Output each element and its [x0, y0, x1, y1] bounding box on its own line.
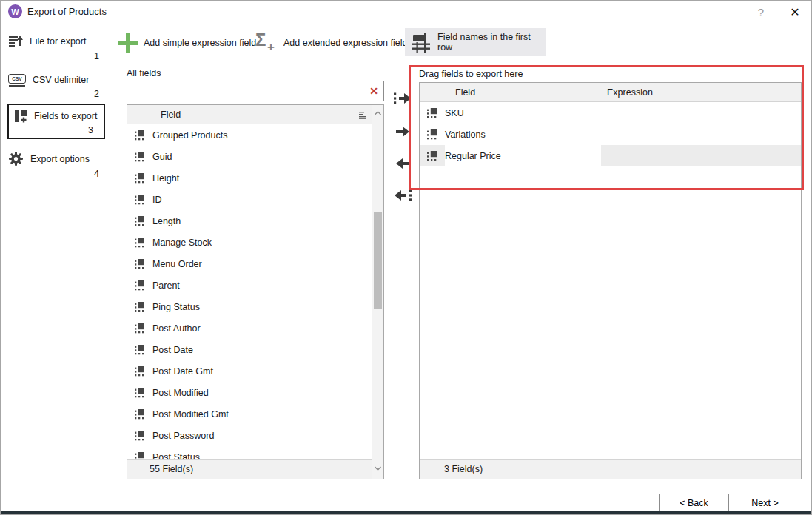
- add-simple-expression-button[interactable]: Add simple expression field: [118, 30, 256, 56]
- sidebar-item-label: File for export: [30, 36, 86, 47]
- step-number: 1: [8, 51, 105, 61]
- drag-handle-icon: [135, 238, 145, 248]
- window-bottom-edge: [1, 511, 811, 514]
- drag-handle-icon: [135, 173, 145, 184]
- export-field-row[interactable]: Variations: [420, 124, 801, 145]
- all-fields-column-header[interactable]: Field: [127, 105, 383, 124]
- export-table-header[interactable]: Field Expression: [420, 83, 801, 102]
- field-list-item[interactable]: Length: [127, 210, 372, 232]
- field-names-first-row-label: Field names in the first row: [437, 32, 546, 53]
- gear-icon: [8, 151, 24, 166]
- field-search-box: ✕: [127, 81, 384, 101]
- drag-handle-icon: [420, 102, 445, 124]
- sigma-plus-icon: Σ +: [255, 31, 278, 55]
- sidebar-item-label: CSV delimiter: [33, 75, 89, 85]
- sidebar-item-fields-to-export[interactable]: Fields to export 3: [7, 104, 105, 139]
- field-list-item[interactable]: Post Date Gmt: [127, 360, 372, 382]
- export-field-row[interactable]: Regular Price: [420, 145, 801, 166]
- add-extended-expression-label: Add extended expression field: [283, 38, 407, 48]
- close-button[interactable]: ✕: [782, 2, 808, 21]
- scroll-up-icon[interactable]: [374, 108, 382, 118]
- back-button[interactable]: < Back: [659, 494, 729, 512]
- drag-handle-icon: [135, 409, 145, 420]
- scrollbar-thumb[interactable]: [374, 212, 382, 309]
- field-count-label: 55 Field(s): [150, 464, 193, 474]
- expression-cell[interactable]: [601, 102, 801, 124]
- field-search-input[interactable]: [127, 81, 364, 101]
- sidebar-item-file-for-export[interactable]: File for export 1: [8, 34, 105, 61]
- sidebar-item-export-options[interactable]: Export options 4: [8, 151, 105, 179]
- export-fields-table: Field Expression: [419, 82, 802, 479]
- csv-icon: CSV: [8, 74, 26, 87]
- field-label: SKU: [445, 108, 601, 118]
- drag-handle-icon: [135, 388, 145, 398]
- drag-handle-icon: [135, 366, 145, 377]
- all-fields-title: All fields: [127, 68, 161, 78]
- field-label: Manage Stock: [152, 238, 372, 248]
- field-names-first-row-toggle[interactable]: Field names in the first row: [405, 28, 546, 56]
- expression-cell[interactable]: [601, 145, 801, 166]
- clear-search-icon[interactable]: ✕: [364, 85, 383, 97]
- sidebar-item-csv-delimiter[interactable]: CSV CSV delimiter 2: [8, 74, 105, 99]
- field-list-item[interactable]: Grouped Products: [127, 124, 372, 146]
- field-list-item[interactable]: Manage Stock: [127, 232, 372, 253]
- drag-handle-icon: [135, 345, 145, 355]
- step-number: 4: [8, 169, 105, 179]
- move-all-left-button[interactable]: [391, 185, 415, 206]
- move-all-right-button[interactable]: [391, 88, 415, 109]
- field-label: Post Date Gmt: [152, 366, 372, 377]
- export-field-row[interactable]: SKU: [420, 102, 801, 124]
- expression-cell[interactable]: [601, 124, 801, 145]
- all-fields-scrollbar[interactable]: [372, 105, 383, 479]
- field-list-item[interactable]: Post Author: [127, 317, 372, 339]
- app-logo-icon: W: [8, 4, 22, 18]
- field-list-item[interactable]: Menu Order: [127, 253, 372, 275]
- move-left-button[interactable]: [391, 153, 415, 174]
- drag-handle-icon: [135, 195, 145, 205]
- field-list-item[interactable]: Post Date: [127, 339, 372, 360]
- column-field-label: Field: [445, 87, 601, 98]
- drag-handle-icon: [135, 130, 145, 141]
- scroll-down-icon[interactable]: [374, 463, 382, 474]
- all-fields-rows: Grouped Products Gu: [127, 124, 372, 479]
- fields-icon: [14, 110, 27, 123]
- drag-handle-icon: [135, 323, 145, 334]
- field-label: ID: [152, 195, 372, 205]
- sidebar-item-label: Export options: [30, 154, 90, 164]
- drag-handle-icon: [135, 431, 145, 441]
- field-list-item[interactable]: Post Password: [127, 425, 372, 446]
- drag-handle-icon: [135, 302, 145, 312]
- move-right-button[interactable]: [391, 121, 415, 142]
- field-label: Length: [152, 216, 372, 226]
- drag-handle-icon: [135, 216, 145, 226]
- drag-handle-icon: [420, 145, 445, 166]
- field-label: Post Password: [152, 431, 372, 441]
- add-extended-expression-button[interactable]: Σ + Add extended expression field: [255, 30, 407, 56]
- add-simple-expression-label: Add simple expression field: [144, 38, 256, 48]
- field-label: Guid: [152, 152, 372, 162]
- field-list-item[interactable]: Parent: [127, 275, 372, 296]
- field-label: Menu Order: [152, 259, 372, 269]
- step-number: 3: [14, 125, 99, 135]
- column-header-label: Field: [161, 110, 181, 120]
- drag-handle-icon: [135, 259, 145, 269]
- field-list-item[interactable]: Post Modified: [127, 382, 372, 403]
- all-fields-list: Field: [127, 104, 384, 479]
- field-label: Post Modified: [152, 388, 372, 398]
- field-list-item[interactable]: Guid: [127, 146, 372, 167]
- field-list-item[interactable]: Post Modified Gmt: [127, 403, 372, 425]
- plus-icon: [118, 33, 138, 53]
- help-button[interactable]: ?: [751, 4, 771, 20]
- drag-handle-icon: [135, 280, 145, 291]
- field-label: Grouped Products: [152, 130, 372, 141]
- field-list-item[interactable]: Height: [127, 167, 372, 189]
- drag-handle-icon: [135, 152, 145, 162]
- sidebar-item-label: Fields to export: [34, 111, 97, 121]
- export-fields-footer: 3 Field(s): [420, 459, 801, 479]
- field-list-item[interactable]: ID: [127, 189, 372, 210]
- file-export-icon: [8, 34, 23, 49]
- next-button[interactable]: Next >: [734, 494, 796, 512]
- drag-handle-icon: [420, 124, 445, 145]
- field-list-item[interactable]: Ping Status: [127, 296, 372, 317]
- drop-hint-label: Drag fields to export here: [419, 69, 523, 79]
